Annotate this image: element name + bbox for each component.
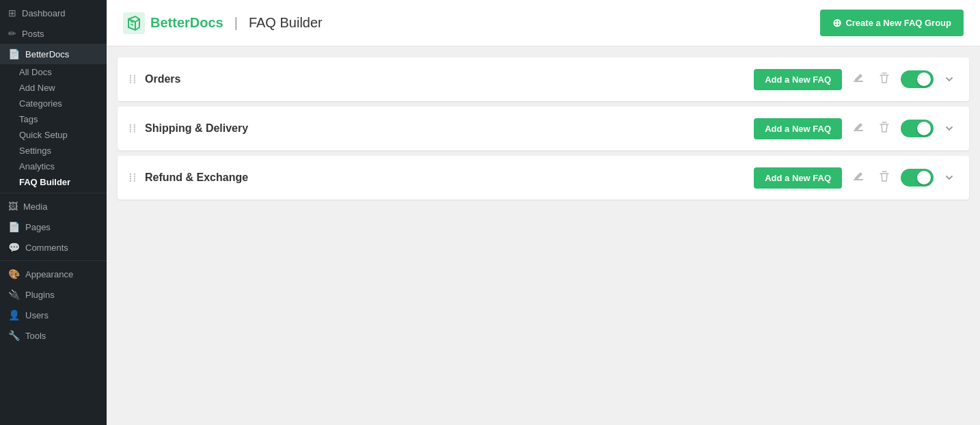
create-faq-group-button[interactable]: ⊕ Create a New FAQ Group — [820, 10, 964, 36]
svg-rect-0 — [123, 12, 145, 34]
faq-group-orders: ⁞⁞ Orders Add a New FAQ — [118, 57, 969, 101]
edit-icon-shipping[interactable] — [849, 118, 868, 140]
sidebar-item-plugins[interactable]: 🔌 Plugins — [0, 284, 107, 305]
media-icon: 🖼 — [8, 201, 18, 212]
drag-handle-orders[interactable]: ⁞⁞ — [128, 72, 137, 87]
sidebar-label-pages: Pages — [25, 222, 51, 232]
faq-group-shipping: ⁞⁞ Shipping & Delivery Add a New FAQ — [118, 107, 969, 150]
faq-groups-list: ⁞⁞ Orders Add a New FAQ — [107, 57, 980, 200]
group-name-shipping: Shipping & Delivery — [145, 122, 754, 135]
delete-icon-refund[interactable] — [875, 167, 894, 189]
sidebar-item-betterdocs[interactable]: 📄 BetterDocs — [0, 44, 107, 64]
toggle-thumb-refund — [917, 171, 931, 184]
sidebar-item-categories[interactable]: Categories — [19, 96, 107, 111]
separator-1 — [0, 193, 107, 193]
group-actions-shipping: Add a New FAQ — [754, 118, 958, 140]
sidebar-item-comments[interactable]: 💬 Comments — [0, 237, 107, 258]
sidebar-item-media[interactable]: 🖼 Media — [0, 196, 107, 217]
group-actions-orders: Add a New FAQ — [754, 68, 958, 91]
delete-icon-shipping[interactable] — [875, 118, 894, 140]
sidebar-item-tools[interactable]: 🔧 Tools — [0, 325, 107, 346]
add-faq-button-shipping[interactable]: Add a New FAQ — [754, 118, 842, 139]
chevron-orders[interactable] — [940, 70, 958, 88]
sidebar-label-faq-builder: FAQ Builder — [19, 177, 70, 187]
sidebar-label-analytics: Analytics — [19, 161, 55, 172]
sidebar-label-comments: Comments — [25, 243, 68, 253]
group-name-orders: Orders — [145, 73, 754, 85]
appearance-icon: 🎨 — [8, 269, 20, 279]
drag-handle-shipping[interactable]: ⁞⁞ — [128, 121, 137, 136]
sidebar-label-settings: Settings — [19, 146, 51, 156]
sidebar-item-quick-setup[interactable]: Quick Setup — [19, 127, 107, 143]
comments-icon: 💬 — [8, 242, 20, 253]
edit-icon-orders[interactable] — [849, 68, 868, 91]
toggle-thumb-shipping — [917, 122, 931, 135]
tools-icon: 🔧 — [8, 330, 20, 341]
brand-name: BetterDocs — [150, 15, 223, 31]
sidebar: ⊞ Dashboard ✏ Posts 📄 BetterDocs All Doc… — [0, 0, 107, 425]
sidebar-label-quick-setup: Quick Setup — [19, 130, 68, 140]
pages-icon: 📄 — [8, 221, 20, 232]
plugins-icon: 🔌 — [8, 289, 20, 300]
posts-icon: ✏ — [8, 28, 16, 39]
sidebar-item-settings[interactable]: Settings — [19, 143, 107, 159]
betterdocs-icon: 📄 — [8, 49, 20, 59]
separator-2 — [0, 260, 107, 261]
sidebar-item-faq-builder[interactable]: FAQ Builder — [19, 174, 107, 190]
sidebar-label-tags: Tags — [19, 114, 38, 124]
create-btn-icon: ⊕ — [832, 16, 841, 29]
add-faq-label-shipping: Add a New FAQ — [765, 124, 831, 134]
chevron-refund[interactable] — [940, 169, 958, 187]
delete-icon-orders[interactable] — [875, 68, 894, 91]
betterdocs-logo-icon — [123, 12, 145, 34]
sidebar-item-posts[interactable]: ✏ Posts — [0, 23, 107, 44]
group-name-refund: Refund & Exchange — [145, 172, 754, 184]
add-faq-label-orders: Add a New FAQ — [765, 74, 831, 85]
sidebar-label-appearance: Appearance — [25, 269, 73, 279]
chevron-shipping[interactable] — [940, 120, 958, 137]
edit-icon-refund[interactable] — [849, 167, 868, 189]
sidebar-label-media: Media — [23, 202, 47, 212]
sidebar-item-tags[interactable]: Tags — [19, 111, 107, 127]
page-title: FAQ Builder — [249, 15, 323, 31]
sidebar-item-all-docs[interactable]: All Docs — [19, 64, 107, 80]
sidebar-label-all-docs: All Docs — [19, 67, 52, 77]
sidebar-label-posts: Posts — [22, 29, 44, 39]
sidebar-item-users[interactable]: 👤 Users — [0, 305, 107, 325]
sidebar-label-dashboard: Dashboard — [22, 8, 66, 18]
sidebar-label-betterdocs: BetterDocs — [25, 49, 69, 59]
toggle-refund[interactable] — [901, 169, 934, 187]
group-actions-refund: Add a New FAQ — [754, 167, 958, 189]
brand-logo: BetterDocs — [123, 12, 223, 34]
toggle-orders[interactable] — [901, 70, 934, 88]
sidebar-item-analytics[interactable]: Analytics — [19, 159, 107, 174]
sidebar-item-dashboard[interactable]: ⊞ Dashboard — [0, 3, 107, 23]
toggle-shipping[interactable] — [901, 120, 934, 137]
toggle-thumb-orders — [917, 72, 931, 86]
sidebar-label-categories: Categories — [19, 98, 62, 109]
dashboard-icon: ⊞ — [8, 8, 16, 18]
drag-handle-refund[interactable]: ⁞⁞ — [128, 170, 137, 185]
main-content: BetterDocs | FAQ Builder ⊕ Create a New … — [107, 0, 980, 425]
add-faq-button-refund[interactable]: Add a New FAQ — [754, 167, 842, 189]
sidebar-label-plugins: Plugins — [25, 290, 55, 300]
add-faq-button-orders[interactable]: Add a New FAQ — [754, 69, 842, 90]
users-icon: 👤 — [8, 310, 20, 320]
faq-group-refund: ⁞⁞ Refund & Exchange Add a New FAQ — [118, 156, 969, 200]
sidebar-item-pages[interactable]: 📄 Pages — [0, 217, 107, 237]
sidebar-item-appearance[interactable]: 🎨 Appearance — [0, 264, 107, 284]
betterdocs-submenu: All Docs Add New Categories Tags Quick S… — [0, 64, 107, 190]
sidebar-label-tools: Tools — [25, 331, 46, 341]
sidebar-item-add-new[interactable]: Add New — [19, 80, 107, 96]
sidebar-label-users: Users — [25, 310, 49, 320]
header-separator: | — [234, 15, 238, 31]
sidebar-label-add-new: Add New — [19, 83, 55, 93]
page-header: BetterDocs | FAQ Builder ⊕ Create a New … — [107, 0, 980, 46]
header-left: BetterDocs | FAQ Builder — [123, 12, 323, 34]
create-btn-label: Create a New FAQ Group — [845, 18, 951, 28]
add-faq-label-refund: Add a New FAQ — [765, 173, 831, 183]
